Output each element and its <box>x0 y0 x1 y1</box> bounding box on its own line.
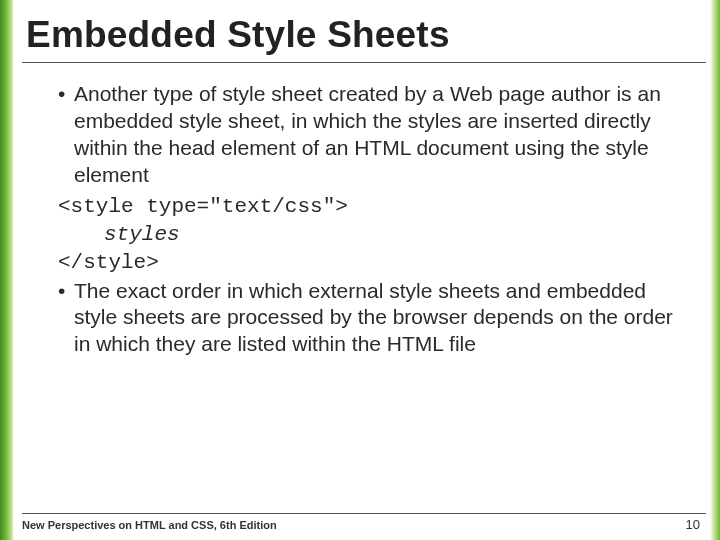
slide-inner: Embedded Style Sheets Another type of st… <box>22 0 706 540</box>
slide-body: Another type of style sheet created by a… <box>22 63 706 358</box>
slide-title: Embedded Style Sheets <box>22 0 706 63</box>
footer-book-title: New Perspectives on HTML and CSS, 6th Ed… <box>22 519 277 531</box>
bullet-item: The exact order in which external style … <box>58 278 678 359</box>
footer-page-number: 10 <box>686 517 706 532</box>
bullet-item: Another type of style sheet created by a… <box>58 81 678 189</box>
code-body: styles <box>58 221 678 249</box>
code-close-tag: </style> <box>58 249 678 277</box>
code-open-tag: <style type="text/css"> <box>58 193 678 221</box>
slide: Embedded Style Sheets Another type of st… <box>0 0 720 540</box>
right-accent-bar <box>710 0 720 540</box>
slide-footer: New Perspectives on HTML and CSS, 6th Ed… <box>22 513 706 532</box>
left-accent-bar <box>0 0 14 540</box>
